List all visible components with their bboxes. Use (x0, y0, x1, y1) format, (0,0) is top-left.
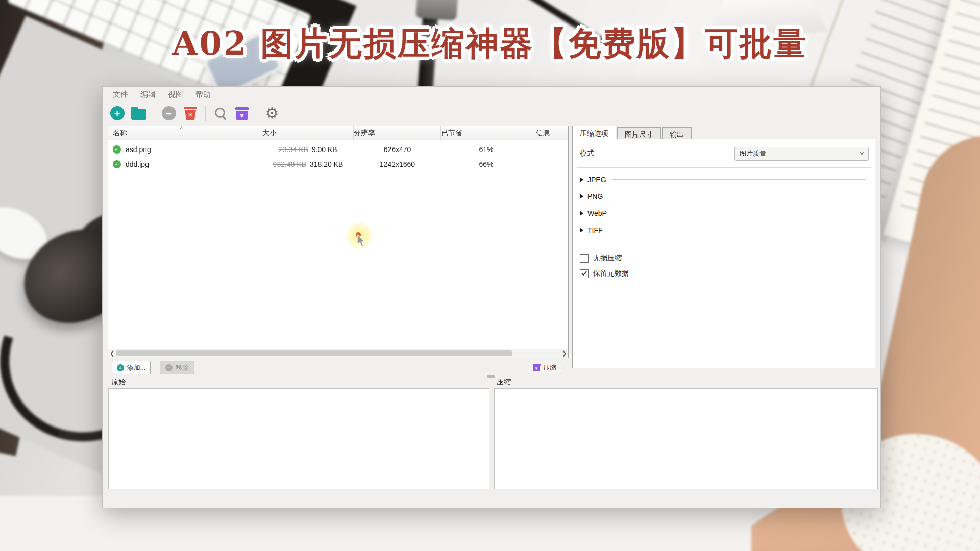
splitter-handle[interactable] (487, 375, 495, 378)
mode-dropdown[interactable]: 图片质量 ˅ (734, 147, 869, 161)
check-icon (581, 271, 587, 276)
checkbox-unchecked[interactable] (580, 254, 589, 263)
file-name: ddd.jpg (126, 160, 149, 168)
compress-button[interactable]: ▼ 压缩 (528, 361, 561, 374)
sort-ascending-icon: ˄ (180, 124, 183, 131)
options-tabs: 压缩选项 图片尺寸 输出 (572, 126, 875, 139)
menu-file[interactable]: 文件 (107, 87, 134, 102)
scroll-right-arrow[interactable]: ❯ (560, 349, 568, 357)
saved-cell: 66% (441, 160, 531, 168)
lossless-checkbox-row[interactable]: 无损压缩 (580, 251, 869, 266)
format-section-jpeg[interactable]: JPEG (580, 171, 869, 188)
folder-icon (131, 109, 146, 120)
add-files-button[interactable]: + (109, 105, 126, 122)
new-size: 9.00 KB (312, 145, 337, 154)
column-header-name[interactable]: 名称 ˄ (108, 126, 262, 140)
tab-compression-options[interactable]: 压缩选项 (572, 126, 616, 139)
file-size-cell: 23.34 KB 9.00 KB (262, 145, 354, 154)
checkbox-checked[interactable] (580, 269, 589, 278)
compress-button-label: 压缩 (544, 363, 557, 372)
format-section-tiff[interactable]: TIFF (580, 221, 869, 238)
lossless-label: 无损压缩 (593, 254, 622, 263)
mode-dropdown-value: 图片质量 (740, 149, 766, 158)
tab-image-size[interactable]: 图片尺寸 (617, 127, 661, 139)
table-row[interactable]: ✓ ddd.jpg 932.48 KB 318.20 KB 1242x1660 … (108, 157, 568, 171)
magnifier-icon (213, 106, 228, 120)
toolbar: + − ✕ ▼ ⚙ (103, 102, 880, 124)
saved-cell: 61% (441, 145, 531, 154)
mic-stand-head (415, 0, 458, 21)
toolbar-separator (154, 106, 154, 121)
format-section-png[interactable]: PNG (580, 188, 869, 205)
remove-button-label: 移除 (176, 363, 189, 372)
old-size: 932.48 KB (273, 160, 306, 168)
compressed-preview-label: 压缩 (497, 378, 511, 387)
compress-toolbar-button[interactable]: ▼ (233, 105, 251, 122)
column-header-saved[interactable]: 已节省 (441, 126, 531, 140)
format-label: PNG (587, 192, 603, 201)
column-header-resolution[interactable]: 分辨率 (354, 126, 441, 140)
compression-options-body: 模式 图片质量 ˅ JPEG PNG (572, 139, 875, 368)
table-row[interactable]: ✓ asd.png 23.34 KB 9.00 KB 626x470 61% (108, 142, 568, 157)
app-window: 文件 编辑 视图 帮助 + − ✕ ▼ (102, 86, 881, 508)
preview-button[interactable] (212, 105, 229, 122)
format-label: TIFF (587, 226, 603, 234)
keep-metadata-checkbox-row[interactable]: 保留元数据 (580, 266, 869, 281)
gear-icon: ⚙ (265, 106, 279, 121)
column-header-info[interactable]: 信息 (531, 126, 568, 140)
add-button[interactable]: + 添加... (112, 361, 151, 374)
format-section-webp[interactable]: WebP (580, 205, 869, 221)
original-preview-label: 原始 (111, 378, 126, 387)
remove-file-button[interactable]: − (160, 105, 178, 122)
toolbar-separator (205, 106, 206, 121)
format-rule (613, 213, 866, 213)
expander-arrow-icon (580, 228, 583, 233)
video-title-banner: A02 图片无损压缩神器【免费版】可批量 (0, 21, 980, 66)
settings-button[interactable]: ⚙ (263, 105, 281, 122)
file-size-cell: 932.48 KB 318.20 KB (262, 160, 354, 168)
remove-file-icon: − (162, 106, 176, 120)
add-button-label: 添加... (127, 363, 146, 372)
file-list: 名称 ˄ 大小 分辨率 已节省 信息 ✓ asd.png 23.34 KB 9.… (108, 126, 569, 358)
keep-metadata-label: 保留元数据 (593, 269, 629, 278)
format-label: JPEG (587, 176, 606, 184)
expander-arrow-icon (580, 211, 583, 216)
remove-button[interactable]: − 移除 (160, 361, 194, 374)
file-list-header: 名称 ˄ 大小 分辨率 已节省 信息 (108, 126, 568, 140)
resolution-cell: 1242x1660 (354, 160, 441, 168)
original-preview-pane (108, 388, 489, 489)
scrollbar-thumb[interactable] (116, 350, 512, 356)
format-rule (612, 179, 866, 180)
add-icon: + (117, 364, 124, 371)
checkbox-group: 无损压缩 保留元数据 (580, 251, 869, 281)
expander-arrow-icon (580, 177, 583, 182)
compress-icon: ▼ (235, 106, 249, 120)
mouse-cursor-icon (357, 234, 368, 248)
menu-bar: 文件 编辑 视图 帮助 (103, 87, 880, 102)
menu-edit[interactable]: 编辑 (134, 87, 162, 102)
screenshot-stage: A02 图片无损压缩神器【免费版】可批量 文件 编辑 视图 帮助 + − ✕ (0, 0, 980, 551)
separator (577, 167, 871, 168)
chevron-down-icon: ˅ (860, 150, 865, 157)
scroll-left-arrow[interactable]: ❮ (108, 349, 116, 357)
options-panel: 压缩选项 图片尺寸 输出 模式 图片质量 ˅ JPEG (572, 126, 875, 368)
remove-icon: − (165, 364, 173, 371)
compress-button-icon: ▼ (533, 364, 541, 371)
menu-help[interactable]: 帮助 (189, 87, 217, 102)
tab-output[interactable]: 输出 (662, 127, 692, 139)
file-name-cell: ✓ asd.png (108, 145, 262, 154)
toolbar-separator (257, 106, 257, 121)
column-header-size[interactable]: 大小 (262, 126, 354, 140)
compressed-preview-pane (494, 388, 878, 489)
resolution-cell: 626x470 (354, 145, 441, 154)
new-size: 318.20 KB (310, 160, 343, 168)
file-name: asd.png (126, 145, 151, 154)
clear-list-button[interactable]: ✕ (182, 105, 199, 122)
add-files-icon: + (110, 106, 125, 120)
add-folder-button[interactable] (130, 105, 148, 122)
success-check-icon: ✓ (113, 145, 121, 154)
horizontal-scrollbar[interactable]: ❮ ❯ (108, 349, 568, 358)
format-rule (609, 230, 866, 230)
mode-row: 模式 图片质量 ˅ (580, 146, 869, 161)
menu-view[interactable]: 视图 (162, 87, 189, 102)
